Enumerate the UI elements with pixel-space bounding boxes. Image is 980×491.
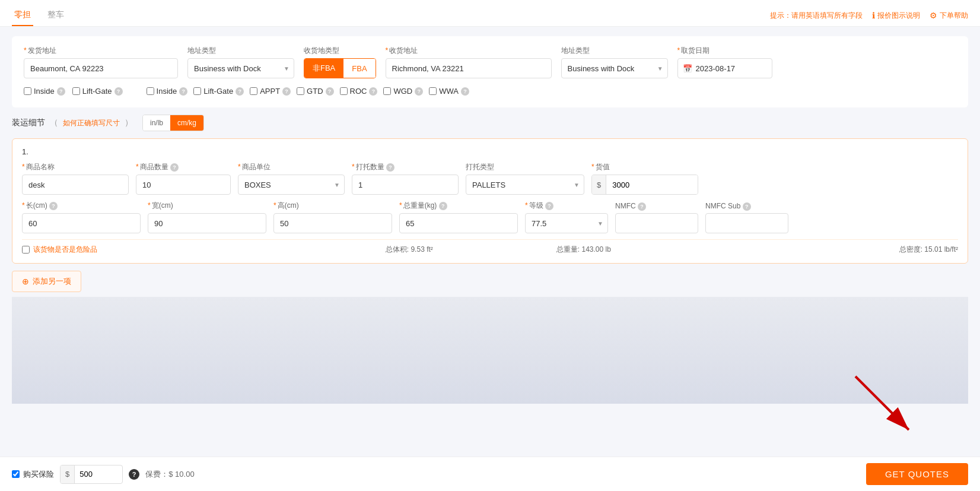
dest-address-type-select-wrapper: Business with Dock Business without Dock… <box>561 58 668 78</box>
gtd-label: GTD <box>307 87 323 96</box>
height-input[interactable] <box>273 213 392 233</box>
inside-dest-checkbox[interactable]: Inside ? <box>147 87 188 96</box>
grade-select-wrapper: 77.5 ▼ <box>525 213 608 233</box>
pallet-count-label: *打托数量 ? <box>352 162 459 172</box>
wgd-input[interactable] <box>383 87 391 95</box>
pallet-count-input[interactable] <box>352 175 459 195</box>
dest-address-type-label: 地址类型 <box>561 46 668 56</box>
liftgate-dest-input[interactable] <box>193 87 201 95</box>
roc-input[interactable] <box>340 87 348 95</box>
nmfc-sub-label: NMFC Sub ? <box>705 202 788 211</box>
value-currency: $ <box>592 175 606 194</box>
gtd-checkbox[interactable]: GTD ? <box>297 87 333 96</box>
fba-group: 收货地类型 非FBA FBA <box>304 46 376 78</box>
dest-address-type-group: 地址类型 Business with Dock Business without… <box>561 46 668 78</box>
dest-address-type-select[interactable]: Business with Dock Business without Dock… <box>561 58 668 78</box>
total-volume-stat: 总体积: 9.53 ft² <box>386 245 433 255</box>
liftgate-origin-label: Lift-Gate <box>82 87 112 96</box>
appt-checkbox[interactable]: APPT ? <box>250 87 291 96</box>
address-row: *发货地址 地址类型 Business with Dock Business w… <box>24 46 956 78</box>
inside-dest-label: Inside <box>157 87 177 96</box>
value-input[interactable] <box>606 175 698 194</box>
length-input[interactable] <box>22 213 141 233</box>
nmfc-help-icon[interactable]: ? <box>638 202 646 211</box>
price-guide-link[interactable]: ℹ 报价图示说明 <box>872 11 920 21</box>
quantity-input[interactable] <box>136 175 231 195</box>
tab-group: 零担 整车 <box>12 5 66 26</box>
pallet-count-help-icon[interactable]: ? <box>386 163 394 172</box>
order-help-link[interactable]: ⚙ 下单帮助 <box>930 11 968 21</box>
pallet-type-group: 打托类型 PALLETS SKIDS ▼ <box>466 162 584 195</box>
liftgate-dest-checkbox[interactable]: Lift-Gate ? <box>193 87 244 96</box>
origin-address-type-select[interactable]: Business with Dock Business without Dock… <box>187 58 294 78</box>
origin-address-type-select-wrapper: Business with Dock Business without Dock… <box>187 58 294 78</box>
inside-origin-input[interactable] <box>24 87 31 95</box>
dest-label: *收货地址 <box>386 46 552 56</box>
grade-select[interactable]: 77.5 <box>525 213 608 233</box>
length-help-icon[interactable]: ? <box>49 202 58 210</box>
wwa-input[interactable] <box>429 87 437 95</box>
quantity-label: *商品数量 ? <box>136 162 231 172</box>
quantity-help-icon[interactable]: ? <box>170 163 179 172</box>
appt-label: APPT <box>260 87 280 96</box>
pickup-date-label: *取货日期 <box>677 46 772 56</box>
pallet-type-select[interactable]: PALLETS SKIDS <box>466 175 584 195</box>
roc-help-icon[interactable]: ? <box>369 87 377 96</box>
shipping-title-row: 装运细节 （ 如何正确填写尺寸 ） in/lb cm/kg <box>12 115 968 131</box>
wgd-checkbox[interactable]: WGD ? <box>383 87 423 96</box>
inlb-button[interactable]: in/lb <box>143 115 170 131</box>
appt-help-icon[interactable]: ? <box>282 87 291 96</box>
liftgate-origin-input[interactable] <box>72 87 80 95</box>
origin-group: *发货地址 <box>24 46 178 78</box>
unit-select[interactable]: BOXES PALLETS CRATES PIECES <box>238 175 345 195</box>
origin-checkboxes: Inside ? Lift-Gate ? <box>24 82 123 98</box>
nmfc-sub-input[interactable] <box>705 213 788 233</box>
fba-button[interactable]: FBA <box>343 59 375 78</box>
value-group: *货值 $ <box>591 162 698 195</box>
top-right-links: 提示：请用英语填写所有字段 ℹ 报价图示说明 ⚙ 下单帮助 <box>770 11 968 21</box>
liftgate-dest-help-icon[interactable]: ? <box>236 87 244 96</box>
nmfc-input[interactable] <box>615 213 698 233</box>
danger-checkbox-input[interactable] <box>22 246 30 254</box>
unit-toggle: in/lb cm/kg <box>142 115 204 131</box>
danger-goods-checkbox[interactable]: 该货物是否是危险品 <box>22 245 97 255</box>
inside-origin-help-icon[interactable]: ? <box>57 87 65 96</box>
hint-text: 提示：请用英语填写所有字段 <box>770 11 863 21</box>
height-label: *高(cm) <box>273 201 392 211</box>
width-group: *宽(cm) <box>148 201 266 233</box>
wgd-help-icon[interactable]: ? <box>415 87 423 96</box>
dest-address-input[interactable] <box>386 58 552 78</box>
gtd-help-icon[interactable]: ? <box>326 87 334 96</box>
origin-address-input[interactable] <box>24 58 178 78</box>
weight-input[interactable] <box>399 213 518 233</box>
tab-ltl[interactable]: 零担 <box>12 5 33 26</box>
cmkg-button[interactable]: cm/kg <box>170 115 203 131</box>
tab-ftl[interactable]: 整车 <box>45 5 66 26</box>
product-name-input[interactable] <box>22 175 129 195</box>
date-input-wrap[interactable]: 📅 <box>677 58 772 78</box>
roc-label: ROC <box>350 87 367 96</box>
inside-origin-checkbox[interactable]: Inside ? <box>24 87 65 96</box>
weight-help-icon[interactable]: ? <box>439 202 447 210</box>
how-to-fill-link[interactable]: 如何正确填写尺寸 <box>63 118 120 128</box>
add-item-label: 添加另一项 <box>33 276 71 287</box>
non-fba-button[interactable]: 非FBA <box>304 59 343 78</box>
total-weight-stat: 总重量: 143.00 lb <box>556 245 611 255</box>
wwa-checkbox[interactable]: WWA ? <box>429 87 469 96</box>
pickup-date-input[interactable] <box>696 64 796 73</box>
fba-label: 收货地类型 <box>304 46 376 56</box>
add-item-button[interactable]: ⊕ 添加另一项 <box>12 271 81 292</box>
gtd-input[interactable] <box>297 87 304 95</box>
inside-dest-help-icon[interactable]: ? <box>179 87 187 96</box>
grade-help-icon[interactable]: ? <box>545 202 553 210</box>
width-input[interactable] <box>148 213 266 233</box>
origin-address-type-group: 地址类型 Business with Dock Business without… <box>187 46 294 78</box>
appt-input[interactable] <box>250 87 257 95</box>
wwa-help-icon[interactable]: ? <box>461 87 469 96</box>
liftgate-origin-checkbox[interactable]: Lift-Gate ? <box>72 87 123 96</box>
nmfc-sub-help-icon[interactable]: ? <box>743 202 751 211</box>
roc-checkbox[interactable]: ROC ? <box>340 87 378 96</box>
inside-dest-input[interactable] <box>147 87 154 95</box>
danger-label: 该货物是否是危险品 <box>33 245 97 255</box>
liftgate-origin-help-icon[interactable]: ? <box>114 87 123 96</box>
